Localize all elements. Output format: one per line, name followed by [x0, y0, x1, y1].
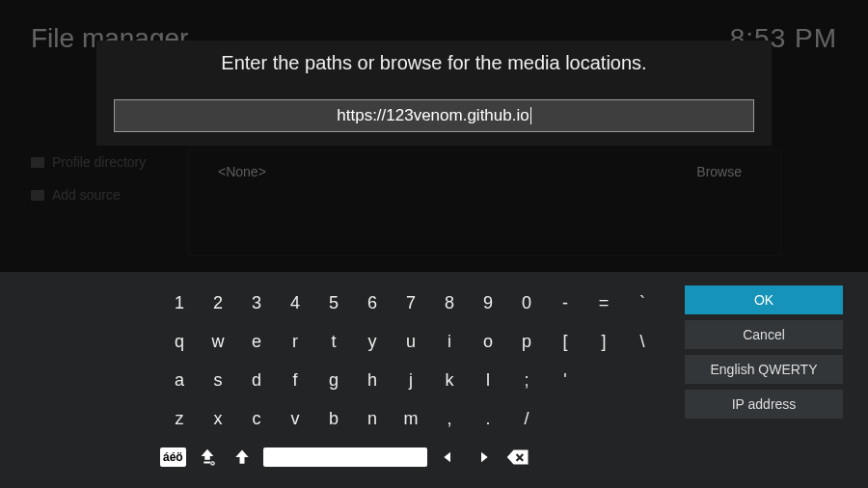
key-1[interactable]: 1: [160, 285, 199, 320]
key-g[interactable]: g: [314, 363, 353, 397]
keys-area: 1234567890-=` qwertyuiop[]\ asdfghjkl;' …: [25, 285, 671, 476]
keyboard-layout-button[interactable]: English QWERTY: [685, 355, 843, 384]
svg-rect-2: [211, 463, 213, 465]
key-5[interactable]: 5: [314, 285, 353, 320]
key-z[interactable]: z: [160, 401, 199, 436]
key-row-bottom: áéö: [160, 440, 662, 474]
key-k[interactable]: k: [430, 363, 469, 397]
sidebar-item-profile: Profile directory: [31, 154, 146, 170]
accent-key[interactable]: áéö: [160, 447, 186, 467]
key-h[interactable]: h: [353, 363, 392, 397]
arrow-right-key[interactable]: [470, 446, 497, 469]
key-q[interactable]: q: [160, 324, 199, 359]
folder-icon: [31, 157, 44, 168]
key-][interactable]: ]: [584, 324, 623, 359]
source-none-label: <None>: [218, 164, 266, 179]
key-x[interactable]: x: [199, 401, 237, 436]
key-;[interactable]: ;: [507, 363, 546, 397]
key-t[interactable]: t: [314, 324, 353, 359]
sidebar-item-add-source: Add source: [31, 187, 146, 203]
key-w[interactable]: w: [199, 324, 237, 359]
folder-icon: [31, 190, 44, 201]
path-input[interactable]: https://123venom.github.io: [114, 99, 754, 132]
shift-key[interactable]: [229, 446, 256, 469]
path-input-value: https://123venom.github.io: [337, 106, 529, 125]
ok-button[interactable]: OK: [685, 285, 843, 314]
onscreen-keyboard: 1234567890-=` qwertyuiop[]\ asdfghjkl;' …: [0, 272, 868, 488]
key-2[interactable]: 2: [199, 285, 237, 320]
background-source-panel: <None> Browse: [188, 149, 781, 256]
key-y[interactable]: y: [353, 324, 392, 359]
key-s[interactable]: s: [199, 363, 237, 397]
ip-address-button[interactable]: IP address: [685, 390, 843, 419]
key-7[interactable]: 7: [392, 285, 430, 320]
key-p[interactable]: p: [507, 324, 546, 359]
key-=[interactable]: =: [584, 285, 623, 320]
key-o[interactable]: o: [469, 324, 507, 359]
dialog-prompt: Enter the paths or browse for the media …: [108, 52, 760, 74]
key-3[interactable]: 3: [237, 285, 276, 320]
key-6[interactable]: 6: [353, 285, 392, 320]
arrow-left-key[interactable]: [435, 446, 462, 469]
caps-lock-key[interactable]: [194, 446, 221, 469]
text-input-dialog: Enter the paths or browse for the media …: [96, 41, 772, 146]
key-row-2: qwertyuiop[]\: [160, 324, 662, 359]
key-n[interactable]: n: [353, 401, 392, 436]
keyboard-side-buttons: OK Cancel English QWERTY IP address: [685, 285, 843, 476]
key-`[interactable]: `: [623, 285, 662, 320]
key-row-4: zxcvbnm,./: [160, 401, 662, 436]
key-4[interactable]: 4: [276, 285, 314, 320]
key-m[interactable]: m: [392, 401, 430, 436]
key-9[interactable]: 9: [469, 285, 507, 320]
key-,[interactable]: ,: [430, 401, 469, 436]
key-e[interactable]: e: [237, 324, 276, 359]
key-d[interactable]: d: [237, 363, 276, 397]
key-f[interactable]: f: [276, 363, 314, 397]
cancel-button[interactable]: Cancel: [685, 320, 843, 349]
space-key[interactable]: [263, 447, 427, 467]
text-cursor: [530, 107, 531, 124]
left-sources-list: Profile directory Add source: [31, 154, 146, 220]
key-a[interactable]: a: [160, 363, 199, 397]
key-v[interactable]: v: [276, 401, 314, 436]
key-/[interactable]: /: [507, 401, 546, 436]
key-\[interactable]: \: [623, 324, 662, 359]
key-8[interactable]: 8: [430, 285, 469, 320]
key-j[interactable]: j: [392, 363, 430, 397]
key-'[interactable]: ': [546, 363, 584, 397]
key-r[interactable]: r: [276, 324, 314, 359]
key-0[interactable]: 0: [507, 285, 546, 320]
key-c[interactable]: c: [237, 401, 276, 436]
key-b[interactable]: b: [314, 401, 353, 436]
backspace-key[interactable]: [504, 446, 531, 469]
key-.[interactable]: .: [469, 401, 507, 436]
key-row-3: asdfghjkl;': [160, 363, 662, 397]
key-l[interactable]: l: [469, 363, 507, 397]
key-i[interactable]: i: [430, 324, 469, 359]
key-[[interactable]: [: [546, 324, 584, 359]
browse-button-bg: Browse: [696, 164, 742, 179]
key-row-1: 1234567890-=`: [160, 285, 662, 320]
key-u[interactable]: u: [392, 324, 430, 359]
key--[interactable]: -: [546, 285, 584, 320]
